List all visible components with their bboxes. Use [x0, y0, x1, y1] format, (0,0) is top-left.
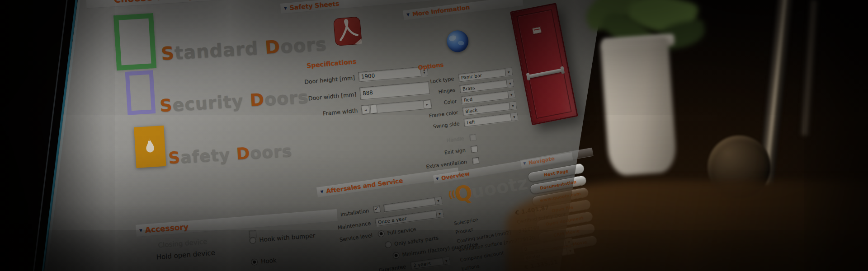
- collapse-arrow-icon[interactable]: ▼: [406, 13, 410, 17]
- exit-sign-label: Exit sign: [412, 147, 466, 159]
- more-information-header[interactable]: ▼ More Information: [403, 0, 524, 20]
- collapse-arrow-icon[interactable]: ▼: [320, 189, 324, 194]
- full-service-radio[interactable]: [377, 230, 385, 238]
- amber-flame-door-icon[interactable]: [134, 126, 166, 168]
- door-width-value: 888: [360, 89, 375, 97]
- door-height-value: 1900: [359, 72, 377, 80]
- security-doors-option[interactable]: Security Doors: [159, 87, 309, 116]
- door-type-panel: Choose door type Standard Doors Security…: [86, 0, 315, 202]
- plant-leaf: [654, 19, 707, 51]
- label-rest: afety: [180, 145, 237, 166]
- only-safety-parts-label: Only safety parts: [394, 234, 439, 247]
- frame-color-value: Black: [463, 107, 480, 114]
- door-type-title: Choose door type: [113, 0, 208, 5]
- globe-continent: [458, 41, 464, 46]
- green-outline-door-icon[interactable]: [113, 13, 156, 70]
- globe-icon[interactable]: [445, 29, 469, 53]
- plant-pot-rim: [602, 33, 675, 50]
- swing-side-label: Swing side: [409, 121, 460, 133]
- chevron-down-icon[interactable]: [507, 90, 515, 98]
- logo-rest: uootz: [470, 174, 529, 201]
- frame-width-label: Frame width: [290, 107, 358, 120]
- coating-surface-value: 3316160: [518, 225, 540, 234]
- door-height-label: Door height [mm]: [287, 74, 355, 87]
- ventilation-surface-value: 29120: [519, 234, 535, 242]
- specifications-title: Specifications: [307, 58, 357, 70]
- chevron-down-icon[interactable]: [565, 238, 572, 245]
- more-information-title: More Information: [412, 4, 470, 18]
- plant-pot: [600, 37, 678, 177]
- full-service-option[interactable]: Full service: [377, 225, 417, 238]
- label-rest: ecurity: [172, 90, 250, 115]
- label-cap: S: [159, 95, 173, 116]
- lock-type-value: Panic bar: [458, 72, 484, 80]
- hook-with-bumper-radio[interactable]: [249, 237, 256, 244]
- installation-checkbox[interactable]: [373, 206, 381, 213]
- chevron-down-icon[interactable]: [505, 68, 512, 76]
- color-value: Red: [462, 96, 475, 103]
- safety-doors-option[interactable]: Safety Doors: [168, 141, 292, 168]
- label-cap: S: [160, 42, 175, 64]
- company-discount-value: 0: [522, 246, 530, 252]
- label-cap: D: [249, 89, 265, 110]
- door-width-label: Door width [mm]: [288, 91, 357, 103]
- plant-leaf: [599, 4, 658, 59]
- collapse-arrow-icon[interactable]: ▼: [436, 177, 439, 181]
- hook-option[interactable]: Hook: [251, 257, 277, 266]
- maintenance-value: Once a year: [375, 215, 409, 225]
- chevron-down-icon[interactable]: [506, 79, 514, 87]
- collapse-arrow-icon[interactable]: ▼: [139, 228, 143, 233]
- hinges-value: Brass: [460, 84, 477, 91]
- handle-checkbox: [469, 134, 477, 141]
- safety-sheets-title: Safety Sheets: [289, 0, 340, 11]
- guarantee-row: Guarantee 2 years: [329, 257, 451, 271]
- handle-label: Handle: [411, 136, 465, 148]
- pdf-icon[interactable]: [332, 16, 364, 48]
- guarantee-value: 2 years: [410, 260, 433, 268]
- color-label: Color: [406, 98, 457, 110]
- collapse-arrow-icon[interactable]: ▼: [284, 6, 288, 10]
- photo-scene: Choose door type Standard Doors Security…: [0, 0, 868, 271]
- door-type-header[interactable]: Choose door type: [86, 0, 288, 9]
- hook-radio[interactable]: [251, 258, 258, 266]
- label-rest: oors: [250, 141, 292, 163]
- accessory-title: Accessory: [145, 222, 189, 234]
- hook-label: Hook: [261, 257, 277, 265]
- closing-device-label: Closing device: [158, 238, 208, 249]
- chevron-down-icon[interactable]: [509, 102, 517, 110]
- lamp-stand: [758, 0, 794, 186]
- maintenance-label: Maintenance: [322, 220, 371, 233]
- service-level-label: Service level: [324, 232, 373, 245]
- hold-open-device-label: Hold open device: [156, 248, 215, 261]
- chevron-down-icon[interactable]: [510, 113, 518, 121]
- installation-label: Installation: [320, 207, 369, 220]
- lamp-stand-2: [800, 0, 819, 136]
- chevron-down-icon[interactable]: [566, 247, 574, 254]
- options-title: Options: [418, 61, 444, 71]
- label-cap: S: [168, 148, 181, 168]
- hook-with-bumper-label: Hook with bumper: [259, 232, 316, 243]
- lock-type-label: Lock type: [403, 75, 454, 88]
- extra-ventilation-checkbox[interactable]: [472, 157, 480, 165]
- hook-with-bumper-option[interactable]: Hook with bumper: [249, 232, 316, 244]
- scroll-left-icon[interactable]: ◄: [361, 105, 370, 114]
- exit-sign-checkbox[interactable]: [471, 145, 478, 153]
- globe-continent: [449, 35, 457, 42]
- only-safety-parts-option[interactable]: Only safety parts: [384, 234, 439, 249]
- purple-outline-door-icon[interactable]: [125, 70, 156, 115]
- season-value: Winter: [523, 253, 543, 261]
- hinges-label: Hinges: [405, 87, 456, 99]
- minimum-guarantee-radio[interactable]: [392, 252, 400, 259]
- swing-side-value: Left: [464, 119, 478, 125]
- flame-icon: [143, 137, 158, 157]
- only-safety-parts-radio[interactable]: [384, 241, 392, 248]
- plant-leaf: [625, 0, 700, 40]
- bokeh-sphere: [708, 136, 771, 199]
- label-cap: D: [236, 144, 250, 164]
- frame-color-label: Frame color: [407, 109, 458, 121]
- scrollbar-thumb[interactable]: [370, 104, 377, 113]
- label-rest: tandard: [174, 37, 266, 63]
- guarantee-label: Guarantee: [329, 263, 406, 271]
- label-cap: D: [264, 36, 281, 58]
- full-service-label: Full service: [387, 226, 417, 236]
